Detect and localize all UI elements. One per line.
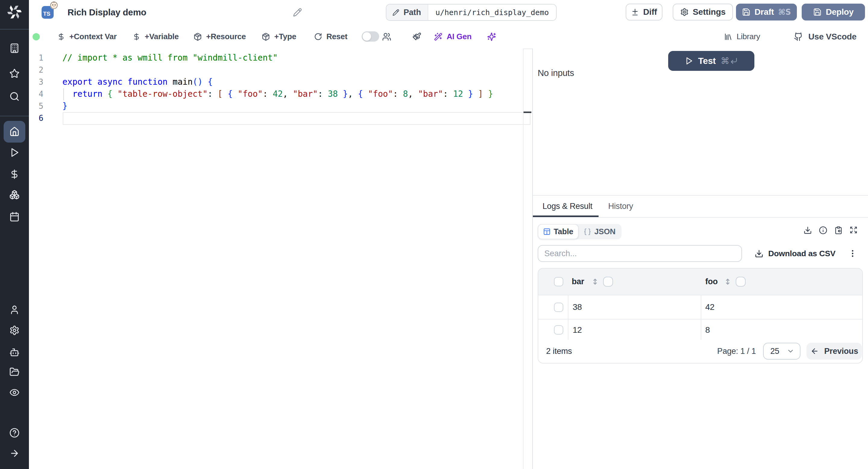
sort-foo-button[interactable] <box>723 269 733 295</box>
cell-bar: 38 <box>572 295 582 319</box>
line-number-2: 2 <box>29 64 43 76</box>
previous-page-button[interactable]: Previous <box>807 343 862 359</box>
info-icon[interactable] <box>819 226 827 234</box>
add-context-var-button[interactable]: +Context Var <box>57 25 117 49</box>
line-number-5: 5 <box>29 100 43 112</box>
sidebar-divider <box>0 29 29 30</box>
row-checkbox[interactable] <box>554 325 563 335</box>
path-label: Path <box>404 8 421 17</box>
add-resource-button[interactable]: +Resource <box>193 25 246 49</box>
row-checkbox-cell <box>554 295 563 319</box>
page-size-select[interactable]: 25 <box>763 343 801 359</box>
download-result-icon[interactable] <box>804 226 812 234</box>
diff-button[interactable]: Diff <box>626 4 662 21</box>
sidebar-item-favorites[interactable] <box>0 64 29 83</box>
column-toggle-bar[interactable] <box>603 277 613 287</box>
expand-result-icon[interactable] <box>849 226 858 234</box>
no-inputs-text: No inputs <box>538 68 574 78</box>
tab-logs-result[interactable]: Logs & Result <box>542 195 592 217</box>
header-cell <box>603 269 613 295</box>
settings-button[interactable]: Settings <box>673 4 733 21</box>
column-divider <box>568 295 568 319</box>
reset-button[interactable]: Reset <box>314 25 347 49</box>
column-divider <box>701 295 701 319</box>
column-toggle-foo[interactable] <box>736 277 746 287</box>
windmill-logo-icon <box>7 5 22 19</box>
play-icon <box>685 57 693 65</box>
sidebar-item-home[interactable] <box>4 121 25 143</box>
header-cell: foo <box>705 269 718 295</box>
header-cell <box>736 269 746 295</box>
sort-bar-button[interactable] <box>590 269 600 295</box>
splitter-handle[interactable] <box>524 112 531 113</box>
status-dot <box>33 33 40 40</box>
eye-icon <box>9 387 20 398</box>
deploy-button[interactable]: Deploy <box>802 4 865 21</box>
dollar-icon <box>9 169 20 179</box>
line-number-3: 3 <box>29 76 43 88</box>
table-search-input[interactable] <box>538 245 742 262</box>
sidebar-item-folders[interactable] <box>0 363 29 381</box>
table-row[interactable]: 3842 <box>538 295 862 319</box>
windmill-script-editor: TS Rich Display demo Path u/henri/rich_d… <box>0 0 868 469</box>
view-json-option[interactable]: JSON <box>579 227 621 236</box>
sidebar-item-workers[interactable] <box>0 343 29 362</box>
table-footer: 2 itemsPage: 1 / 125Previous <box>538 340 862 363</box>
multiplayer-button[interactable] <box>382 25 391 49</box>
play-icon <box>9 147 20 158</box>
path-value: u/henri/rich_display_demo <box>428 4 556 20</box>
add-type-button[interactable]: +Type <box>261 25 296 49</box>
bot-icon <box>9 347 20 357</box>
package-icon <box>193 33 202 41</box>
code-editor[interactable] <box>29 49 523 469</box>
sidebar-item-search[interactable] <box>0 87 29 105</box>
ai-gen-button[interactable]: AI Gen <box>434 25 472 49</box>
calendar-icon <box>9 212 20 222</box>
sidebar-divider <box>0 116 29 116</box>
table-row[interactable]: 128 <box>538 319 862 341</box>
code-line-5[interactable]: } <box>62 100 67 112</box>
star-icon <box>9 68 20 79</box>
ai-sparkles-button[interactable] <box>487 25 496 49</box>
tab-history[interactable]: History <box>608 195 633 217</box>
header: TS Rich Display demo Path u/henri/rich_d… <box>29 0 868 25</box>
edit-summary-pencil-icon[interactable] <box>293 8 302 17</box>
active-tab-underline <box>533 216 598 217</box>
help-circle-icon <box>9 428 20 438</box>
draft-button[interactable]: Draft ⌘S <box>736 4 797 21</box>
test-button[interactable]: Test ⌘ <box>668 51 754 71</box>
code-line-1[interactable]: // import * as wmill from "windmill-clie… <box>62 52 278 64</box>
github-icon <box>794 32 803 41</box>
home-icon <box>9 127 20 137</box>
code-line-3[interactable]: export async function main() { <box>62 76 213 88</box>
code-line-4[interactable]: return { "table-row-object": [ { "foo": … <box>62 88 493 100</box>
select-all-checkbox[interactable] <box>554 277 563 286</box>
path-button[interactable]: Path u/henri/rich_display_demo <box>386 4 557 21</box>
row-checkbox[interactable] <box>554 303 563 312</box>
cell-bar: 12 <box>572 319 582 340</box>
sidebar-item-runs[interactable] <box>0 144 29 162</box>
sidebar-item-expand-sidebar[interactable] <box>0 444 29 462</box>
sidebar-item-resources[interactable] <box>0 186 29 204</box>
users-icon <box>382 32 391 41</box>
view-table-option[interactable]: Table <box>538 224 579 239</box>
sidebar-item-audit-logs[interactable] <box>0 383 29 402</box>
wand-icon <box>434 33 442 41</box>
sidebar-item-variables[interactable] <box>0 165 29 183</box>
windmill-logo[interactable] <box>0 4 29 21</box>
library-button[interactable]: Library <box>724 25 760 49</box>
table-menu-button[interactable] <box>846 247 859 260</box>
sidebar-item-workspace[interactable] <box>0 39 29 57</box>
copy-result-icon[interactable] <box>834 226 843 234</box>
download-csv-button[interactable]: Download as CSV <box>755 245 835 262</box>
add-variable-button[interactable]: +Variable <box>133 25 179 49</box>
use-vscode-button[interactable]: Use VScode <box>794 25 857 49</box>
sidebar-item-help[interactable] <box>0 424 29 442</box>
format-code-button[interactable] <box>412 25 421 49</box>
sidebar-item-settings[interactable] <box>0 321 29 339</box>
sidebar-item-user[interactable] <box>0 301 29 319</box>
diff-mode-toggle[interactable] <box>362 31 379 41</box>
sidebar-item-schedules[interactable] <box>0 208 29 226</box>
arrow-left-icon <box>810 347 819 355</box>
pencil-icon <box>393 9 399 16</box>
